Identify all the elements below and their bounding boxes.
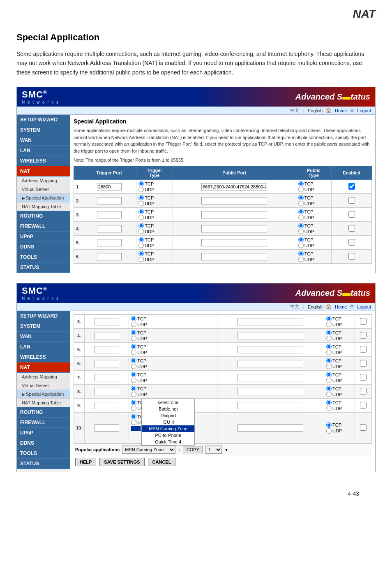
save-settings-button[interactable]: SAVE SETTINGS	[99, 458, 144, 466]
sidebar-item-wireless[interactable]: WIRELESS	[17, 156, 70, 166]
p2-public-udp-radio-3[interactable]	[326, 322, 332, 327]
p2-trigger-tcp-label-8[interactable]: TCP	[131, 386, 146, 391]
sidebar2-item-wan[interactable]: WAN	[17, 332, 70, 342]
logout-link-2[interactable]: Logout	[357, 304, 371, 309]
public-port-cell-6[interactable]	[173, 250, 296, 264]
enabled-cell-5[interactable]	[332, 236, 372, 250]
public-udp-radio-3[interactable]	[298, 215, 304, 220]
public-udp-radio-5[interactable]	[298, 243, 304, 248]
p2-trigger-port-cell-10[interactable]	[85, 413, 129, 443]
p2-trigger-tcp-radio-6[interactable]	[131, 358, 136, 363]
p2-trigger-tcp-label-6[interactable]: TCP	[131, 358, 146, 363]
trigger-port-cell-3[interactable]	[82, 208, 136, 222]
p2-trigger-udp-radio-8[interactable]	[131, 392, 136, 397]
enabled-cell-1[interactable]	[332, 180, 372, 194]
p2-trigger-udp-label-3[interactable]: UDP	[131, 322, 147, 327]
trigger-udp-label-5[interactable]: UDP	[138, 243, 154, 248]
p2-public-port-input-3[interactable]	[238, 318, 303, 325]
public-tcp-label-1[interactable]: TCP	[298, 181, 314, 186]
dropdown-item-select-one[interactable]: — select one —	[142, 399, 194, 406]
p2-trigger-port-input-4[interactable]	[95, 332, 119, 339]
p2-trigger-tcp-radio-4[interactable]	[131, 330, 136, 335]
p2-public-udp-label-7[interactable]: UDP	[326, 378, 342, 383]
trigger-tcp-radio-6[interactable]	[138, 251, 144, 256]
sidebar-item-lan[interactable]: LAN	[17, 146, 70, 156]
trigger-udp-label-1[interactable]: UDP	[138, 187, 154, 192]
p2-public-port-input-6[interactable]	[238, 360, 303, 367]
trigger-tcp-label-1[interactable]: TCP	[138, 181, 154, 186]
public-udp-label-4[interactable]: UDP	[298, 229, 314, 234]
trigger-tcp-radio-5[interactable]	[138, 237, 144, 242]
p2-trigger-port-cell-6[interactable]	[85, 357, 129, 371]
p2-enabled-checkbox-9[interactable]	[360, 402, 367, 409]
p2-enabled-cell-6[interactable]	[355, 357, 371, 371]
trigger-tcp-label-6[interactable]: TCP	[138, 251, 154, 256]
enabled-cell-2[interactable]	[332, 194, 372, 208]
p2-trigger-udp-radio-4[interactable]	[131, 336, 136, 341]
sidebar2-item-ddns[interactable]: DDNS	[17, 438, 70, 448]
p2-public-tcp-label-8[interactable]: TCP	[326, 386, 341, 391]
sidebar2-sub-nat-mapping-table[interactable]: NAT Mapping Table	[17, 399, 70, 407]
p2-trigger-udp-radio-10[interactable]	[131, 420, 136, 425]
copy-button[interactable]: COPY	[183, 446, 203, 453]
trigger-udp-label-4[interactable]: UDP	[138, 229, 154, 234]
p2-public-port-cell-7[interactable]	[217, 371, 324, 385]
p2-public-udp-label-4[interactable]: UDP	[326, 336, 342, 341]
public-port-cell-4[interactable]	[173, 222, 296, 236]
p2-public-udp-radio-8[interactable]	[326, 392, 332, 397]
public-udp-radio-6[interactable]	[298, 257, 304, 262]
sidebar2-item-firewall[interactable]: FIREWALL	[17, 418, 70, 428]
p2-trigger-port-input-8[interactable]	[95, 388, 119, 395]
sidebar-item-status[interactable]: STATUS	[17, 262, 70, 273]
p2-public-udp-radio-6[interactable]	[326, 364, 332, 369]
logout-link-1[interactable]: Logout	[357, 108, 371, 113]
trigger-tcp-radio-3[interactable]	[138, 209, 144, 214]
trigger-port-cell-2[interactable]	[82, 194, 136, 208]
p2-trigger-udp-radio-3[interactable]	[131, 322, 136, 327]
p2-trigger-udp-label-7[interactable]: UDP	[131, 378, 147, 383]
trigger-tcp-label-3[interactable]: TCP	[138, 209, 154, 214]
trigger-port-cell-6[interactable]	[82, 250, 136, 264]
p2-trigger-udp-radio-9[interactable]	[131, 406, 136, 411]
p2-trigger-tcp-radio-5[interactable]	[131, 344, 136, 349]
sidebar-item-upnp[interactable]: UPnP	[17, 232, 70, 242]
p2-public-tcp-label-3[interactable]: TCP	[326, 316, 341, 321]
dropdown-item-pc-to-phone[interactable]: PC-to-Phone	[142, 432, 194, 439]
trigger-port-input-4[interactable]	[97, 225, 122, 232]
lang-cn-2[interactable]: 中文	[290, 304, 299, 310]
p2-trigger-tcp-label-7[interactable]: TCP	[131, 372, 146, 377]
sidebar-item-routing[interactable]: ROUTING	[17, 211, 70, 221]
trigger-udp-radio-6[interactable]	[138, 257, 144, 262]
p2-public-tcp-radio-9[interactable]	[326, 400, 332, 405]
p2-public-port-input-4[interactable]	[238, 332, 303, 339]
sidebar-item-setup-wizard[interactable]: SETUP WIZARD	[17, 115, 70, 125]
help-button[interactable]: HELP	[75, 458, 96, 466]
public-port-cell-3[interactable]	[173, 208, 296, 222]
enabled-checkbox-4[interactable]	[348, 225, 355, 232]
public-tcp-radio-1[interactable]	[298, 181, 304, 186]
p2-enabled-checkbox-5[interactable]	[360, 346, 367, 353]
sidebar-item-nat[interactable]: NAT	[17, 166, 70, 176]
p2-public-port-cell-9[interactable]	[217, 399, 324, 413]
p2-public-tcp-label-5[interactable]: TCP	[326, 344, 341, 349]
public-tcp-radio-6[interactable]	[298, 251, 304, 256]
p2-trigger-udp-label-8[interactable]: UDP	[131, 392, 147, 397]
sidebar2-sub-address-mapping[interactable]: Address Mapping	[17, 373, 70, 381]
enabled-cell-4[interactable]	[332, 222, 372, 236]
public-udp-label-3[interactable]: UDP	[298, 215, 314, 220]
p2-enabled-checkbox-6[interactable]	[360, 360, 367, 367]
public-port-cell-1[interactable]	[173, 180, 296, 194]
p2-public-tcp-radio-4[interactable]	[326, 330, 332, 335]
trigger-udp-radio-2[interactable]	[138, 201, 144, 206]
public-port-cell-2[interactable]	[173, 194, 296, 208]
sidebar2-sub-virtual-server[interactable]: Virtual Server	[17, 381, 70, 390]
public-port-input-5[interactable]	[201, 239, 267, 246]
p2-public-port-cell-4[interactable]	[217, 329, 324, 343]
p2-trigger-tcp-radio-9[interactable]	[131, 400, 136, 405]
trigger-udp-label-2[interactable]: UDP	[138, 201, 154, 206]
p2-public-udp-radio-5[interactable]	[326, 350, 332, 355]
dropdown-item-battlenet[interactable]: Battle.net	[142, 406, 194, 412]
trigger-udp-label-6[interactable]: UDP	[138, 257, 154, 262]
p2-public-tcp-label-10[interactable]: TCP	[326, 422, 341, 428]
public-port-input-3[interactable]	[201, 211, 267, 218]
